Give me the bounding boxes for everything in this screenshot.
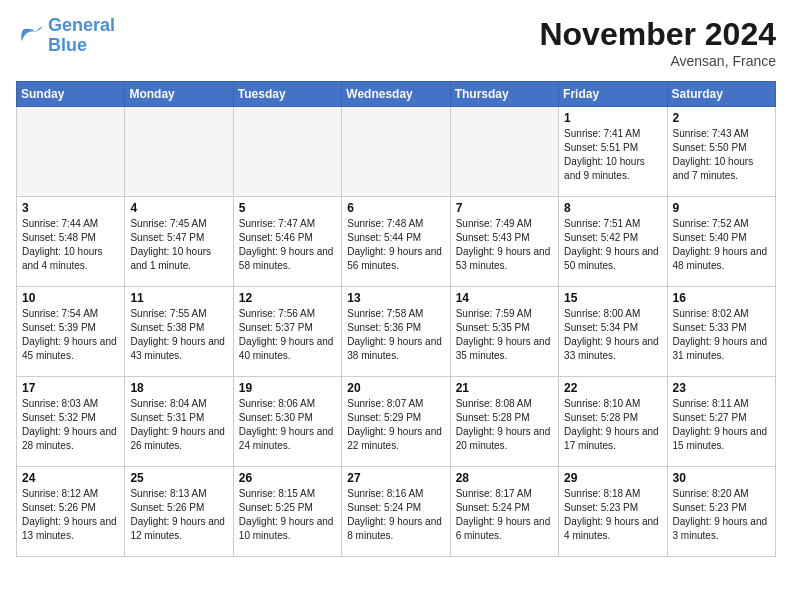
calendar-cell: 6Sunrise: 7:48 AM Sunset: 5:44 PM Daylig… bbox=[342, 197, 450, 287]
day-number: 18 bbox=[130, 381, 227, 395]
day-number: 7 bbox=[456, 201, 553, 215]
calendar-week-row: 1Sunrise: 7:41 AM Sunset: 5:51 PM Daylig… bbox=[17, 107, 776, 197]
day-info: Sunrise: 8:20 AM Sunset: 5:23 PM Dayligh… bbox=[673, 487, 770, 543]
day-number: 12 bbox=[239, 291, 336, 305]
day-info: Sunrise: 8:12 AM Sunset: 5:26 PM Dayligh… bbox=[22, 487, 119, 543]
calendar-cell: 4Sunrise: 7:45 AM Sunset: 5:47 PM Daylig… bbox=[125, 197, 233, 287]
day-info: Sunrise: 7:43 AM Sunset: 5:50 PM Dayligh… bbox=[673, 127, 770, 183]
calendar-cell: 30Sunrise: 8:20 AM Sunset: 5:23 PM Dayli… bbox=[667, 467, 775, 557]
day-info: Sunrise: 8:08 AM Sunset: 5:28 PM Dayligh… bbox=[456, 397, 553, 453]
calendar-cell: 23Sunrise: 8:11 AM Sunset: 5:27 PM Dayli… bbox=[667, 377, 775, 467]
day-info: Sunrise: 7:49 AM Sunset: 5:43 PM Dayligh… bbox=[456, 217, 553, 273]
weekday-header-row: SundayMondayTuesdayWednesdayThursdayFrid… bbox=[17, 82, 776, 107]
day-info: Sunrise: 7:44 AM Sunset: 5:48 PM Dayligh… bbox=[22, 217, 119, 273]
logo: General Blue bbox=[16, 16, 115, 56]
page-header: General Blue November 2024 Avensan, Fran… bbox=[16, 16, 776, 69]
calendar-cell: 29Sunrise: 8:18 AM Sunset: 5:23 PM Dayli… bbox=[559, 467, 667, 557]
calendar-cell: 10Sunrise: 7:54 AM Sunset: 5:39 PM Dayli… bbox=[17, 287, 125, 377]
weekday-header-cell: Saturday bbox=[667, 82, 775, 107]
day-number: 19 bbox=[239, 381, 336, 395]
calendar-week-row: 17Sunrise: 8:03 AM Sunset: 5:32 PM Dayli… bbox=[17, 377, 776, 467]
day-number: 8 bbox=[564, 201, 661, 215]
calendar-cell: 15Sunrise: 8:00 AM Sunset: 5:34 PM Dayli… bbox=[559, 287, 667, 377]
weekday-header-cell: Friday bbox=[559, 82, 667, 107]
day-number: 21 bbox=[456, 381, 553, 395]
day-info: Sunrise: 7:51 AM Sunset: 5:42 PM Dayligh… bbox=[564, 217, 661, 273]
day-info: Sunrise: 8:02 AM Sunset: 5:33 PM Dayligh… bbox=[673, 307, 770, 363]
day-number: 2 bbox=[673, 111, 770, 125]
day-info: Sunrise: 8:16 AM Sunset: 5:24 PM Dayligh… bbox=[347, 487, 444, 543]
calendar-cell: 28Sunrise: 8:17 AM Sunset: 5:24 PM Dayli… bbox=[450, 467, 558, 557]
calendar-cell bbox=[233, 107, 341, 197]
day-info: Sunrise: 8:15 AM Sunset: 5:25 PM Dayligh… bbox=[239, 487, 336, 543]
day-info: Sunrise: 8:07 AM Sunset: 5:29 PM Dayligh… bbox=[347, 397, 444, 453]
day-info: Sunrise: 7:55 AM Sunset: 5:38 PM Dayligh… bbox=[130, 307, 227, 363]
calendar-week-row: 10Sunrise: 7:54 AM Sunset: 5:39 PM Dayli… bbox=[17, 287, 776, 377]
location: Avensan, France bbox=[539, 53, 776, 69]
calendar-cell bbox=[450, 107, 558, 197]
calendar-cell: 19Sunrise: 8:06 AM Sunset: 5:30 PM Dayli… bbox=[233, 377, 341, 467]
day-number: 25 bbox=[130, 471, 227, 485]
day-info: Sunrise: 8:04 AM Sunset: 5:31 PM Dayligh… bbox=[130, 397, 227, 453]
calendar-cell: 20Sunrise: 8:07 AM Sunset: 5:29 PM Dayli… bbox=[342, 377, 450, 467]
day-info: Sunrise: 8:17 AM Sunset: 5:24 PM Dayligh… bbox=[456, 487, 553, 543]
calendar-cell bbox=[342, 107, 450, 197]
calendar-cell: 7Sunrise: 7:49 AM Sunset: 5:43 PM Daylig… bbox=[450, 197, 558, 287]
calendar-cell: 18Sunrise: 8:04 AM Sunset: 5:31 PM Dayli… bbox=[125, 377, 233, 467]
calendar-cell: 13Sunrise: 7:58 AM Sunset: 5:36 PM Dayli… bbox=[342, 287, 450, 377]
day-info: Sunrise: 7:48 AM Sunset: 5:44 PM Dayligh… bbox=[347, 217, 444, 273]
calendar-cell: 8Sunrise: 7:51 AM Sunset: 5:42 PM Daylig… bbox=[559, 197, 667, 287]
day-number: 27 bbox=[347, 471, 444, 485]
weekday-header-cell: Thursday bbox=[450, 82, 558, 107]
weekday-header-cell: Tuesday bbox=[233, 82, 341, 107]
calendar-body: 1Sunrise: 7:41 AM Sunset: 5:51 PM Daylig… bbox=[17, 107, 776, 557]
day-number: 1 bbox=[564, 111, 661, 125]
day-info: Sunrise: 8:03 AM Sunset: 5:32 PM Dayligh… bbox=[22, 397, 119, 453]
day-info: Sunrise: 7:58 AM Sunset: 5:36 PM Dayligh… bbox=[347, 307, 444, 363]
day-number: 14 bbox=[456, 291, 553, 305]
logo-line1: General bbox=[48, 15, 115, 35]
calendar-cell: 11Sunrise: 7:55 AM Sunset: 5:38 PM Dayli… bbox=[125, 287, 233, 377]
calendar-cell: 1Sunrise: 7:41 AM Sunset: 5:51 PM Daylig… bbox=[559, 107, 667, 197]
day-number: 9 bbox=[673, 201, 770, 215]
day-number: 15 bbox=[564, 291, 661, 305]
calendar-cell: 26Sunrise: 8:15 AM Sunset: 5:25 PM Dayli… bbox=[233, 467, 341, 557]
calendar-cell: 16Sunrise: 8:02 AM Sunset: 5:33 PM Dayli… bbox=[667, 287, 775, 377]
calendar-cell: 14Sunrise: 7:59 AM Sunset: 5:35 PM Dayli… bbox=[450, 287, 558, 377]
calendar-cell: 12Sunrise: 7:56 AM Sunset: 5:37 PM Dayli… bbox=[233, 287, 341, 377]
calendar-cell: 2Sunrise: 7:43 AM Sunset: 5:50 PM Daylig… bbox=[667, 107, 775, 197]
day-info: Sunrise: 7:52 AM Sunset: 5:40 PM Dayligh… bbox=[673, 217, 770, 273]
day-info: Sunrise: 8:10 AM Sunset: 5:28 PM Dayligh… bbox=[564, 397, 661, 453]
day-info: Sunrise: 7:45 AM Sunset: 5:47 PM Dayligh… bbox=[130, 217, 227, 273]
day-number: 22 bbox=[564, 381, 661, 395]
day-number: 29 bbox=[564, 471, 661, 485]
day-number: 4 bbox=[130, 201, 227, 215]
calendar-cell bbox=[125, 107, 233, 197]
day-number: 28 bbox=[456, 471, 553, 485]
logo-text: General Blue bbox=[48, 16, 115, 56]
calendar-week-row: 24Sunrise: 8:12 AM Sunset: 5:26 PM Dayli… bbox=[17, 467, 776, 557]
calendar-cell: 24Sunrise: 8:12 AM Sunset: 5:26 PM Dayli… bbox=[17, 467, 125, 557]
day-info: Sunrise: 8:00 AM Sunset: 5:34 PM Dayligh… bbox=[564, 307, 661, 363]
day-info: Sunrise: 7:47 AM Sunset: 5:46 PM Dayligh… bbox=[239, 217, 336, 273]
day-info: Sunrise: 7:56 AM Sunset: 5:37 PM Dayligh… bbox=[239, 307, 336, 363]
day-number: 26 bbox=[239, 471, 336, 485]
day-number: 30 bbox=[673, 471, 770, 485]
calendar-cell: 25Sunrise: 8:13 AM Sunset: 5:26 PM Dayli… bbox=[125, 467, 233, 557]
day-info: Sunrise: 7:54 AM Sunset: 5:39 PM Dayligh… bbox=[22, 307, 119, 363]
day-number: 6 bbox=[347, 201, 444, 215]
calendar-cell: 5Sunrise: 7:47 AM Sunset: 5:46 PM Daylig… bbox=[233, 197, 341, 287]
day-number: 16 bbox=[673, 291, 770, 305]
day-info: Sunrise: 8:11 AM Sunset: 5:27 PM Dayligh… bbox=[673, 397, 770, 453]
calendar-cell: 22Sunrise: 8:10 AM Sunset: 5:28 PM Dayli… bbox=[559, 377, 667, 467]
weekday-header-cell: Sunday bbox=[17, 82, 125, 107]
month-title: November 2024 bbox=[539, 16, 776, 53]
logo-icon bbox=[16, 22, 44, 50]
day-number: 13 bbox=[347, 291, 444, 305]
day-number: 24 bbox=[22, 471, 119, 485]
day-number: 11 bbox=[130, 291, 227, 305]
calendar-cell: 21Sunrise: 8:08 AM Sunset: 5:28 PM Dayli… bbox=[450, 377, 558, 467]
weekday-header-cell: Monday bbox=[125, 82, 233, 107]
day-number: 20 bbox=[347, 381, 444, 395]
calendar-week-row: 3Sunrise: 7:44 AM Sunset: 5:48 PM Daylig… bbox=[17, 197, 776, 287]
